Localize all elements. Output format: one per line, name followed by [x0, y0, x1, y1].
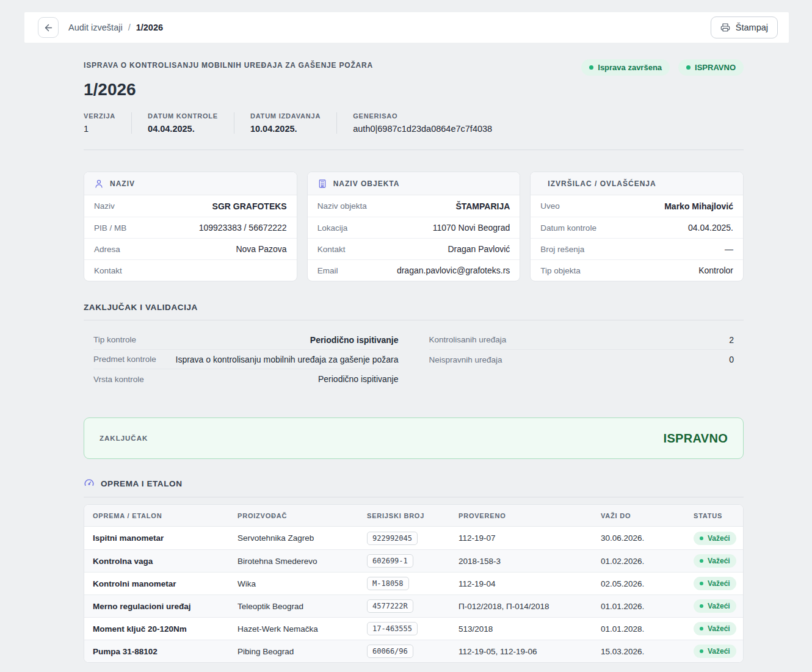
- info-row: PIB / MB 109923383 / 56672222: [84, 217, 297, 238]
- breadcrumb-separator: /: [128, 23, 131, 32]
- back-button[interactable]: [38, 17, 59, 38]
- main-content: ISPRAVA O KONTROLISANJU MOBILNIH UREĐAJA…: [84, 43, 744, 672]
- cell-manufacturer: Birotehna Smederevo: [237, 557, 367, 566]
- column-header: VAŽI DO: [601, 512, 694, 519]
- info-row: Datum kontrole 04.04.2025.: [531, 217, 743, 238]
- cell-verified: 112-19-04: [459, 579, 601, 588]
- serial-chip: 602699-1: [367, 554, 413, 568]
- conclusion-box: ZAKLJUČAK ISPRAVNO: [84, 417, 744, 459]
- cell-equipment-name: Merno regulacioni uređaj: [93, 602, 237, 611]
- meta-label: DATUM IZDAVANJA: [250, 112, 321, 120]
- green-dot-icon: [700, 649, 703, 653]
- green-dot-icon: [700, 559, 703, 563]
- cell-verified: 2018-158-3: [459, 557, 601, 566]
- table-row: Pumpa 31-88102 Pibing Beograd 60066/96 1…: [84, 640, 743, 662]
- meta-item-control-date: DATUM KONTROLE 04.04.2025.: [131, 112, 234, 134]
- cell-valid-until: 30.06.2026.: [601, 533, 694, 543]
- kv-row: Neispravnih uređaja 0: [429, 350, 734, 369]
- table-header-row: OPREMA / ETALON PROIZVOĐAČ SERIJSKI BROJ…: [84, 505, 743, 527]
- column-header: PROVERENO: [459, 512, 601, 519]
- status-badge: Važeći: [694, 599, 736, 613]
- equipment-table: OPREMA / ETALON PROIZVOĐAČ SERIJSKI BROJ…: [84, 504, 744, 663]
- status-badges: Isprava završena ISPRAVNO: [581, 59, 744, 76]
- info-row: Email dragan.pavlovic@grafoteks.rs: [308, 259, 520, 281]
- building-icon: [317, 179, 327, 189]
- info-row: Naziv objekta ŠTAMPARIJA: [308, 195, 520, 217]
- cell-equipment-name: Pumpa 31-88102: [93, 647, 237, 656]
- card-title: NAZIV: [110, 179, 135, 188]
- card-facility: NAZIV OBJEKTA Naziv objekta ŠTAMPARIJA L…: [307, 172, 521, 281]
- status-badge-result: ISPRAVNO: [678, 59, 744, 76]
- kv-row: Kontrolisanih uređaja 2: [429, 330, 734, 350]
- table-row: Moment ključ 20-120Nm Hazet-Werk Nemačka…: [84, 617, 743, 640]
- card-executor: IZVRŠILAC / OVLAŠĆENJA Uveo Marko Mihajl…: [530, 172, 744, 281]
- conclusion-value: ISPRAVNO: [664, 432, 728, 446]
- page-title: 1/2026: [84, 80, 744, 99]
- green-dot-icon: [700, 537, 703, 540]
- table-row: Kontrolna vaga Birotehna Smederevo 60269…: [84, 549, 743, 572]
- card-title: NAZIV OBJEKTA: [333, 179, 400, 188]
- serial-chip: M-18058: [367, 577, 409, 590]
- equipment-section-label: OPREMA I ETALON: [101, 479, 183, 488]
- status-badge-result-label: ISPRAVNO: [695, 63, 736, 72]
- arrow-left-icon: [43, 23, 54, 33]
- cell-manufacturer: Teleoptik Beograd: [237, 602, 367, 611]
- validation-left-column: Tip kontrole Periodično ispitivanje Pred…: [93, 330, 399, 389]
- cell-manufacturer: Servotehnika Zagreb: [237, 533, 367, 543]
- validation-grid: Tip kontrole Periodično ispitivanje Pred…: [84, 330, 744, 389]
- validation-right-column: Kontrolisanih uređaja 2 Neispravnih uređ…: [429, 330, 734, 389]
- meta-value: auth0|6987c1d23da0864e7c7f4038: [353, 124, 492, 134]
- cell-verified: 112-19-07: [459, 533, 601, 543]
- validation-section-title: ZAKLJUČAK I VALIDACIJA: [84, 303, 744, 320]
- breadcrumb-current: 1/2026: [136, 23, 163, 32]
- equipment-section: OPREMA I ETALON OPREMA / ETALON PROIZVOĐ…: [84, 478, 744, 663]
- serial-chip: 922992045: [367, 532, 418, 545]
- cell-equipment-name: Kontrolna vaga: [93, 557, 237, 566]
- info-row: Kontakt Dragan Pavlović: [308, 238, 520, 259]
- green-dot-icon: [686, 65, 691, 70]
- status-badge: Važeći: [694, 645, 736, 658]
- serial-chip: 17-463555: [367, 622, 418, 635]
- card-title: IZVRŠILAC / OVLAŠĆENJA: [548, 179, 656, 188]
- card-executor-header: IZVRŠILAC / OVLAŠĆENJA: [531, 172, 743, 195]
- column-header: SERIJSKI BROJ: [367, 512, 459, 519]
- kv-row: Vrsta kontrole Periodično ispitivanje: [93, 369, 399, 389]
- equipment-section-title: OPREMA I ETALON: [84, 478, 744, 497]
- cell-equipment-name: Moment ključ 20-120Nm: [93, 624, 237, 634]
- status-badge: Važeći: [694, 532, 736, 545]
- status-badge: Važeći: [694, 554, 736, 568]
- info-row: Tip objekta Kontrolor: [531, 259, 743, 281]
- gauge-icon: [84, 478, 95, 489]
- status-badge: Važeći: [694, 622, 736, 635]
- green-dot-icon: [700, 582, 703, 585]
- info-row: Uveo Marko Mihajlović: [531, 195, 743, 217]
- cell-valid-until: 01.01.2028.: [601, 624, 694, 634]
- table-row: Ispitni manometar Servotehnika Zagreb 92…: [84, 527, 743, 549]
- meta-label: VERZIJA: [84, 112, 115, 120]
- breadcrumb-link-audit-reports[interactable]: Audit izveštaji: [68, 23, 123, 32]
- cell-manufacturer: Hazet-Werk Nemačka: [237, 624, 367, 634]
- table-row: Merno regulacioni uređaj Teleoptik Beogr…: [84, 594, 743, 617]
- print-button[interactable]: Štampaj: [711, 16, 778, 38]
- kv-row: Tip kontrole Periodično ispitivanje: [93, 330, 399, 350]
- topbar-left: Audit izveštaji / 1/2026: [38, 17, 163, 38]
- validation-section: ZAKLJUČAK I VALIDACIJA Tip kontrole Peri…: [84, 303, 744, 389]
- status-badge-document-label: Isprava završena: [598, 63, 662, 72]
- serial-chip: 60066/96: [367, 645, 413, 658]
- cell-equipment-name: Kontrolni manometar: [93, 579, 237, 588]
- info-cards: NAZIV Naziv SGR GRAFOTEKS PIB / MB 10992…: [84, 172, 744, 281]
- green-dot-icon: [589, 65, 593, 70]
- kv-row: Predmet kontrole Isprava o kontrolisanju…: [93, 350, 399, 369]
- column-header: PROIZVOĐAČ: [237, 512, 367, 519]
- card-facility-header: NAZIV OBJEKTA: [308, 172, 520, 195]
- cell-manufacturer: Wika: [237, 579, 367, 588]
- info-row: Broj rešenja —: [531, 238, 743, 259]
- info-row: Kontakt: [84, 259, 297, 281]
- cell-valid-until: 15.03.2026.: [601, 647, 694, 656]
- info-row: Adresa Nova Pazova: [84, 238, 297, 259]
- conclusion-label: ZAKLJUČAK: [100, 435, 148, 442]
- card-company: NAZIV Naziv SGR GRAFOTEKS PIB / MB 10992…: [84, 172, 297, 281]
- status-badge-document: Isprava završena: [581, 59, 670, 76]
- table-row: Kontrolni manometar Wika M-18058 112-19-…: [84, 572, 743, 594]
- person-icon: [94, 179, 104, 189]
